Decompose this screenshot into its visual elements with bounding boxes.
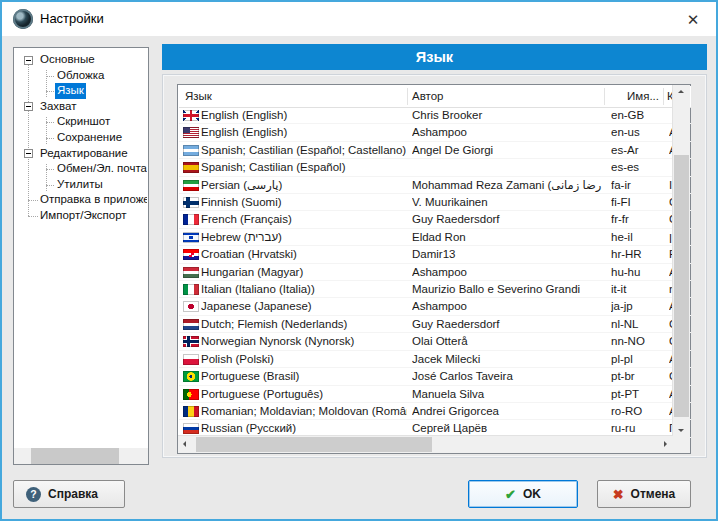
tree-item-import-export[interactable]: Импорт/Экспорт	[15, 208, 147, 224]
tree-item-redaktirovanie[interactable]: Редактирование	[15, 146, 147, 162]
tree-item-sohranenie[interactable]: Сохранение	[15, 130, 147, 146]
language-name: Spanish; Castilian (Español; Castellano)	[201, 142, 407, 159]
language-name: Finnish (Suomi)	[201, 194, 407, 211]
title-bar[interactable]: Настройки ✕	[2, 2, 716, 36]
cancel-label: Отмена	[631, 487, 676, 501]
tree-item-label: Основные	[38, 52, 97, 68]
check-icon: ✔	[505, 488, 516, 501]
language-code: pt-br	[611, 368, 663, 385]
ok-button[interactable]: ✔ OK	[468, 480, 578, 508]
table-row[interactable]: Polish (Polski) Jacek Milecki pl-pl A	[179, 351, 691, 368]
language-author	[412, 159, 602, 176]
language-author: Mohammad Reza Zamani (محمد رضا زمانی)	[412, 177, 602, 194]
table-row[interactable]: Japanese (Japanese) Ashampoo ja-jp A	[179, 298, 691, 315]
language-author: Damir13	[412, 246, 602, 263]
cancel-button[interactable]: ✖ Отмена	[597, 480, 691, 508]
language-name: English (English)	[201, 107, 407, 124]
table-row[interactable]: Italian (Italiano (Italia)) Maurizio Bal…	[179, 281, 691, 298]
column-header-language[interactable]: Язык	[185, 86, 212, 107]
tree-item-label: Импорт/Экспорт	[38, 208, 129, 224]
table-row[interactable]: Spanish; Castilian (Español; Castellano)…	[179, 142, 691, 159]
collapse-icon[interactable]	[24, 56, 33, 65]
flag-icon	[183, 110, 199, 121]
language-author: Eldad Ron	[412, 229, 602, 246]
flag-icon	[183, 319, 199, 330]
scrollbar-corner	[673, 436, 690, 453]
language-name: Spanish; Castilian (Español)	[201, 159, 407, 176]
language-author: Manuela Silva	[412, 386, 602, 403]
scrollbar-thumb[interactable]	[196, 437, 432, 452]
tree-item-utility[interactable]: Утилиты	[15, 177, 147, 193]
table-row[interactable]: Portuguese (Brasil) José Carlos Taveira …	[179, 368, 691, 385]
flag-icon	[183, 249, 199, 260]
help-icon: ?	[26, 487, 41, 502]
scrollbar-thumb[interactable]	[31, 448, 119, 464]
flag-icon	[183, 284, 199, 295]
table-row[interactable]: Norwegian Nynorsk (Nynorsk) Olai Otterå …	[179, 333, 691, 350]
language-name: French (Français)	[201, 211, 407, 228]
language-author: Chris Brooker	[412, 107, 602, 124]
flag-icon	[183, 389, 199, 400]
tree-item-otpravka[interactable]: Отправка в приложен	[15, 192, 147, 208]
help-label: Справка	[48, 487, 98, 501]
column-divider[interactable]	[604, 88, 605, 105]
table-row[interactable]: Spanish; Castilian (Español) es-es	[179, 159, 691, 176]
collapse-icon[interactable]	[24, 149, 33, 158]
language-code: es-es	[611, 159, 663, 176]
language-code: en-us	[611, 124, 663, 141]
table-row[interactable]: Hebrew (עברית) Eldad Ron he-il ן	[179, 229, 691, 246]
close-icon[interactable]: ✕	[678, 7, 708, 32]
flag-icon	[183, 371, 199, 382]
table-row[interactable]: English (English) Chris Brooker en-GB	[179, 107, 691, 124]
collapse-icon[interactable]	[24, 102, 33, 111]
table-row[interactable]: Persian (پارسی) Mohammad Reza Zamani (مح…	[179, 177, 691, 194]
table-row[interactable]: Portuguese (Português) Manuela Silva pt-…	[179, 386, 691, 403]
table-row[interactable]: Finnish (Suomi) V. Muurikainen fi-FI C	[179, 194, 691, 211]
flag-icon	[183, 197, 199, 208]
table-row[interactable]: French (Français) Guy Raedersdorf fr-fr …	[179, 211, 691, 228]
tree-item-label: Сохранение	[55, 130, 124, 146]
scroll-up-icon[interactable]	[673, 85, 689, 101]
language-code: fa-ir	[611, 177, 663, 194]
column-divider[interactable]	[407, 88, 408, 105]
table-row[interactable]: Hungarian (Magyar) Ashampoo hu-hu A	[179, 264, 691, 281]
tree-item-yazyk[interactable]: Язык	[15, 83, 147, 99]
language-author: Ashampoo	[412, 298, 602, 315]
table-header: Язык Автор Имя... К	[179, 86, 691, 108]
scrollbar-thumb[interactable]	[674, 155, 689, 417]
scroll-right-icon[interactable]	[657, 436, 673, 452]
window-title: Настройки	[40, 2, 104, 36]
table-row[interactable]: Dutch; Flemish (Nederlands) Guy Raedersd…	[179, 316, 691, 333]
language-author: Ashampoo	[412, 264, 602, 281]
flag-icon	[183, 162, 199, 173]
tree-item-skrinshot[interactable]: Скриншот	[15, 114, 147, 130]
tree-item-label-selected: Язык	[55, 83, 86, 99]
column-header-author[interactable]: Автор	[412, 86, 443, 107]
column-divider[interactable]	[663, 88, 664, 105]
tree-item-osnovnye[interactable]: Основные	[15, 52, 147, 68]
horizontal-scrollbar[interactable]	[178, 435, 673, 453]
language-author: Olai Otterå	[412, 333, 602, 350]
tree-item-oblozhka[interactable]: Обложка	[15, 68, 147, 84]
help-button[interactable]: ? Справка	[13, 480, 125, 508]
tree-item-zahvat[interactable]: Захват	[15, 99, 147, 115]
language-name: Italian (Italiano (Italia))	[201, 281, 407, 298]
language-code: nl-NL	[611, 316, 663, 333]
column-header-name[interactable]: Имя...	[627, 86, 659, 107]
tree-item-obmen-pochta[interactable]: Обмен/Эл. почта	[15, 161, 147, 177]
table-row[interactable]: Romanian; Moldavian; Moldovan (Română) A…	[179, 403, 691, 420]
language-table: Язык Автор Имя... К English (English) Ch…	[177, 84, 691, 454]
tree-horizontal-scrollbar[interactable]	[14, 448, 148, 464]
flag-icon	[183, 180, 199, 191]
page-title: Язык	[162, 44, 707, 70]
language-name: Portuguese (Brasil)	[201, 368, 407, 385]
scroll-left-icon[interactable]	[178, 436, 194, 452]
table-row[interactable]: Croatian (Hrvatski) Damir13 hr-HR P	[179, 246, 691, 263]
table-row[interactable]: English (English) Ashampoo en-us A	[179, 124, 691, 141]
tree-item-label: Скриншот	[55, 114, 112, 130]
vertical-scrollbar[interactable]	[672, 85, 690, 438]
language-author: Guy Raedersdorf	[412, 211, 602, 228]
tree-item-label: Утилиты	[55, 177, 105, 193]
language-name: Croatian (Hrvatski)	[201, 246, 407, 263]
tree-item-label: Обмен/Эл. почта	[55, 161, 147, 177]
